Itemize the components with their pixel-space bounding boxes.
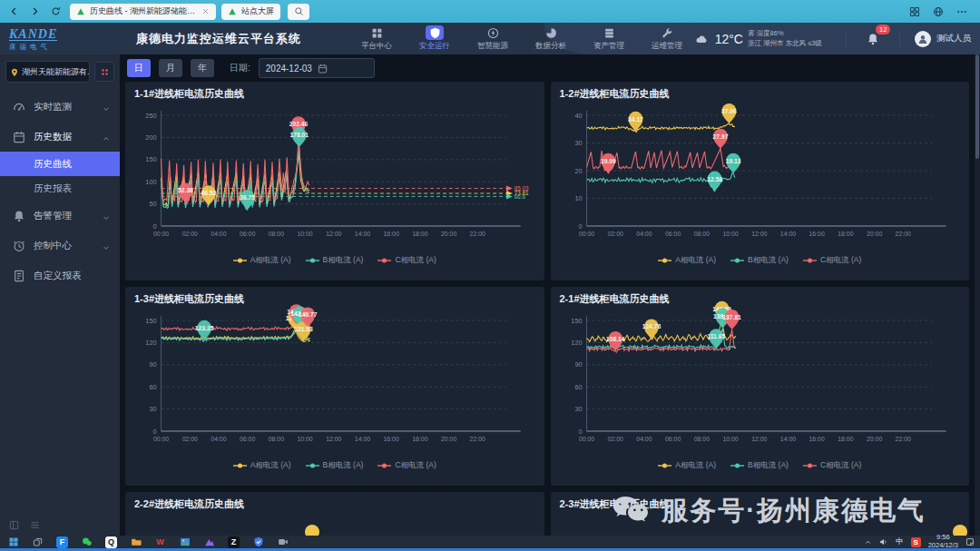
legend-item[interactable]: C相电流 (A) (377, 255, 436, 266)
legend-item[interactable]: C相电流 (A) (803, 460, 861, 471)
user-menu[interactable]: 测试人员 (899, 31, 971, 47)
svg-text:18:00: 18:00 (838, 231, 853, 237)
chevron-down-icon (102, 213, 111, 222)
page-title: 康德电力监控运维云平台系统 (136, 31, 301, 47)
period-button[interactable]: 年 (191, 59, 214, 77)
taskbar-start-icon[interactable] (7, 536, 19, 548)
svg-text:250: 250 (145, 112, 156, 120)
chevron-down-icon (102, 104, 111, 113)
taskbar-photos-icon[interactable] (179, 536, 191, 548)
ime-indicator[interactable]: 中 (896, 536, 904, 547)
legend-marker-icon (233, 462, 247, 469)
date-value: 2024-12-03 (266, 64, 312, 74)
back-icon (9, 6, 19, 16)
tab-close-icon[interactable] (201, 7, 210, 15)
nav-item-platform-center[interactable]: 平台中心 (358, 25, 396, 52)
tab-favicon (228, 7, 237, 16)
speaker-icon[interactable] (879, 537, 888, 546)
legend-item[interactable]: B相电流 (A) (306, 255, 364, 266)
svg-text:40: 40 (574, 112, 582, 120)
period-button[interactable]: 月 (159, 59, 182, 77)
sidebar-subitem[interactable]: 历史曲线 (0, 152, 120, 176)
sidebar-subitem[interactable]: 历史报表 (0, 176, 120, 201)
legend-marker-icon (730, 257, 744, 264)
legend-label: C相电流 (A) (820, 255, 861, 266)
win-start-icon (8, 536, 19, 547)
svg-text:108.14: 108.14 (606, 336, 625, 342)
taskbar-qq-icon[interactable]: Q (105, 536, 117, 548)
line-chart[interactable]: 05010015020025000:0002:0004:0006:0008:00… (134, 106, 535, 251)
page-scrollbar[interactable] (975, 54, 980, 536)
taskbar-task-view-icon[interactable] (32, 536, 44, 548)
sidebar-item-realtime-monitor[interactable]: 实时监测 (0, 92, 120, 122)
sidebar-item-custom-report[interactable]: 自定义报表 (0, 261, 120, 290)
line-chart[interactable]: 01020304000:0002:0004:0006:0008:0010:001… (560, 106, 961, 251)
svg-text:14:00: 14:00 (779, 436, 795, 442)
site-selector[interactable]: 湖州天能新能源有... (5, 61, 90, 83)
legend-item[interactable]: A相电流 (A) (658, 255, 716, 266)
browser-toolbar-right (909, 6, 967, 17)
forward-icon (30, 6, 40, 16)
legend-item[interactable]: C相电流 (A) (803, 255, 861, 266)
legend-label: C相电流 (A) (395, 255, 436, 266)
chart-panel: 1-3#进线柜电流历史曲线030609012015000:0002:0004:0… (125, 287, 544, 486)
taskbar-wechat-icon[interactable] (81, 536, 93, 548)
legend-item[interactable]: A相电流 (A) (233, 460, 291, 471)
period-button[interactable]: 日 (127, 59, 151, 77)
browser-forward-button[interactable] (30, 6, 40, 16)
sidebar-layout-toggle-icon[interactable] (9, 520, 19, 530)
sogou-input-icon[interactable]: S (911, 537, 921, 547)
date-input[interactable]: 2024-12-03 (259, 58, 375, 78)
notifications-button[interactable]: 12 (846, 31, 879, 47)
browser-tab[interactable]: 站点大屏 (221, 4, 280, 20)
legend-item[interactable]: C相电流 (A) (377, 460, 436, 471)
calendar-icon (318, 63, 328, 74)
taskbar-wps-icon[interactable]: W (154, 536, 166, 548)
browser-apps-button[interactable] (909, 6, 920, 17)
chart-panel: 2-1#进线柜电流历史曲线030609012015000:0002:0004:0… (551, 287, 970, 486)
nav-item-safe-operation[interactable]: 安全运行 (416, 25, 454, 52)
chart-panel: 1-2#进线柜电流历史曲线01020304000:0002:0004:0006:… (551, 82, 970, 280)
svg-text:60: 60 (149, 383, 156, 391)
taskbar-clock[interactable]: 9:56 2024/12/3 (928, 534, 958, 549)
site-grid-button[interactable] (94, 62, 114, 82)
taskbar-jianying-icon[interactable]: Z (228, 536, 240, 548)
taskbar-pc-manager-icon[interactable] (252, 536, 264, 548)
taskbar-feishu-icon[interactable]: F (56, 536, 68, 548)
nav-item-smart-energy[interactable]: 智慧能源 (474, 25, 512, 52)
svg-text:04:00: 04:00 (636, 231, 652, 237)
legend-item[interactable]: B相电流 (A) (730, 255, 789, 266)
browser-back-button[interactable] (9, 6, 19, 16)
line-chart[interactable]: 030609012015000:0002:0004:0006:0008:0010… (560, 311, 961, 457)
sidebar-item-history-data[interactable]: 历史数据 (0, 122, 120, 152)
scrollbar-thumb[interactable] (975, 54, 979, 159)
sidebar-item-control-center[interactable]: 控制中心 (0, 231, 120, 261)
sidebar-item-alarm-management[interactable]: 告警管理 (0, 201, 120, 231)
svg-text:20:00: 20:00 (441, 231, 456, 237)
browser-reload-button[interactable] (51, 6, 61, 16)
sidebar-bottom-tools (9, 520, 40, 530)
browser-menu-button[interactable] (956, 6, 967, 17)
legend-label: B相电流 (A) (748, 255, 789, 266)
username: 测试人员 (936, 33, 971, 44)
nav-item-asset-management[interactable]: 资产管理 (590, 25, 628, 52)
nav-item-data-analysis[interactable]: 数据分析 (532, 25, 570, 52)
taskbar-screen-recorder-icon[interactable] (277, 536, 289, 548)
legend-item[interactable]: B相电流 (A) (730, 460, 789, 471)
legend-item[interactable]: B相电流 (A) (306, 460, 364, 471)
browser-globe-button[interactable] (933, 6, 944, 17)
svg-text:20:00: 20:00 (866, 231, 881, 237)
legend-item[interactable]: A相电流 (A) (658, 460, 716, 471)
taskbar-quark-icon[interactable] (203, 536, 215, 548)
sidebar-list-toggle-icon[interactable] (30, 520, 40, 530)
legend-item[interactable]: A相电流 (A) (233, 255, 291, 266)
nav-item-ops-management[interactable]: 运维管理 (648, 25, 686, 52)
hidden-icons-chevron-icon[interactable] (864, 538, 872, 546)
browser-tab[interactable]: 历史曲线 - 湖州新能源储能管.. (70, 4, 216, 20)
svg-text:36.75: 36.75 (240, 194, 255, 201)
svg-text:66.8: 66.8 (514, 193, 526, 200)
line-chart[interactable]: 030609012015000:0002:0004:0006:0008:0010… (134, 311, 535, 457)
tab-search-button[interactable] (288, 4, 309, 20)
notification-center-icon[interactable] (965, 537, 975, 546)
taskbar-file-explorer-icon[interactable] (130, 536, 142, 548)
